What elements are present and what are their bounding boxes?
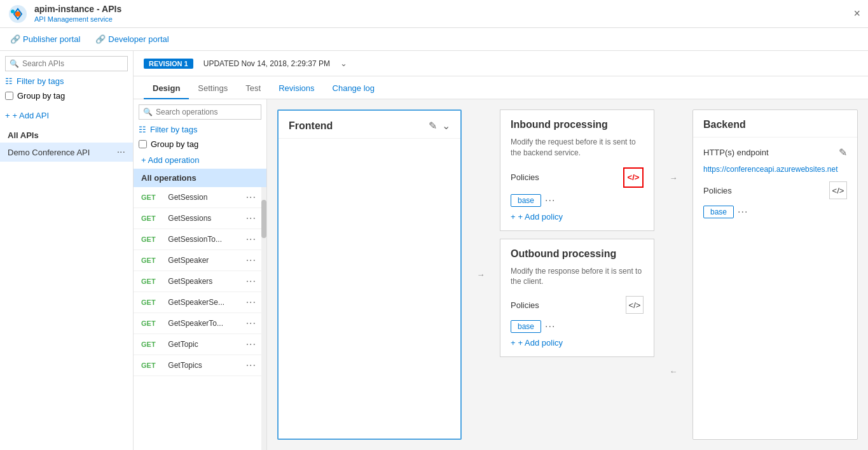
op-method-get2: GET (141, 236, 160, 243)
frontend-edit-button[interactable]: ✎ (429, 120, 437, 132)
op-more-7[interactable]: ··· (246, 339, 256, 350)
op-item-getspeakerse[interactable]: GET GetSpeakerSe... ··· (134, 292, 261, 313)
op-more-1[interactable]: ··· (246, 213, 256, 224)
ops-scrollbar[interactable] (261, 187, 266, 450)
op-method-get1: GET (141, 214, 160, 222)
inbound-add-policy-button[interactable]: + + Add policy (511, 212, 563, 221)
op-method-get3: GET (141, 257, 160, 264)
backend-base-tag[interactable]: base (703, 206, 734, 218)
filter-by-tags[interactable]: ☷ Filter by tags (5, 76, 128, 86)
frontend-panel: Frontend ✎ ⌄ (277, 109, 462, 440)
backend-panel: Backend HTTP(s) endpoint ✎ https://confe… (692, 109, 858, 440)
svg-point-1 (15, 11, 20, 17)
op-name-getsessionto: GetSessionTo... (168, 235, 238, 244)
op-item-getsessions[interactable]: GET GetSessions ··· (134, 208, 261, 229)
group-by-tag-sidebar[interactable]: Group by tag (5, 91, 128, 101)
main-layout: 🔍 ☷ Filter by tags Group by tag + + Add … (0, 51, 868, 450)
api-item-ellipsis[interactable]: ··· (114, 146, 128, 158)
outbound-code-button[interactable]: </> (626, 296, 644, 314)
api-item-demo[interactable]: Demo Conference API ··· (0, 143, 133, 162)
ops-group-by-tag[interactable]: Group by tag (139, 139, 261, 149)
op-item-getspeakerto[interactable]: GET GetSpeakerTo... ··· (134, 313, 261, 334)
op-method-get7: GET (141, 341, 160, 348)
add-api-button[interactable]: + + Add API (5, 111, 128, 120)
close-button[interactable]: × (853, 7, 860, 20)
svg-point-2 (11, 10, 15, 13)
search-operations-input[interactable] (139, 104, 261, 120)
ops-filter-tags[interactable]: ☷ Filter by tags (139, 125, 261, 134)
inbound-code-button[interactable]: </> (623, 167, 644, 188)
op-more-5[interactable]: ··· (246, 297, 256, 308)
outbound-base-tag[interactable]: base (511, 320, 541, 333)
outbound-panel: Outbound processing Modify the response … (500, 239, 654, 358)
developer-portal-link[interactable]: 🔗 Developer portal (95, 34, 169, 44)
op-name-gettopics: GetTopics (168, 361, 238, 370)
operations-scroll[interactable]: GET GetSession ··· GET GetSessions ··· G… (134, 187, 261, 450)
inbound-header: Inbound processing (511, 119, 644, 137)
frontend-title: Frontend (289, 120, 333, 132)
op-more-8[interactable]: ··· (246, 360, 256, 371)
ops-search-container: 🔍 (139, 104, 261, 120)
add-operation-button[interactable]: + Add operation (134, 151, 266, 169)
search-apis-input[interactable] (5, 56, 128, 71)
publisher-portal-link[interactable]: 🔗 Publisher portal (10, 34, 80, 44)
backend-code-button[interactable]: </> (829, 181, 847, 199)
arrow-to-inbound: → (469, 109, 492, 440)
ops-group-checkbox[interactable] (139, 140, 147, 148)
inbound-base-tag[interactable]: base (511, 194, 541, 207)
op-more-4[interactable]: ··· (246, 276, 256, 287)
inbound-title: Inbound processing (511, 119, 608, 130)
tab-design[interactable]: Design (144, 78, 189, 99)
op-item-gettopic[interactable]: GET GetTopic ··· (134, 334, 261, 355)
backend-more-button[interactable]: ··· (738, 206, 748, 218)
op-name-getspeaker: GetSpeaker (168, 256, 238, 265)
op-item-getsessionto[interactable]: GET GetSessionTo... ··· (134, 229, 261, 250)
backend-body: HTTP(s) endpoint ✎ https://conferenceapi… (693, 137, 857, 439)
backend-edit-button[interactable]: ✎ (839, 146, 847, 158)
outbound-add-plus-icon: + (511, 338, 516, 348)
op-more-0[interactable]: ··· (246, 192, 256, 203)
endpoint-url: https://conferenceapi.azurewebsites.net (703, 165, 847, 174)
op-method-get4: GET (141, 278, 160, 285)
endpoint-row: HTTP(s) endpoint ✎ (703, 146, 847, 158)
op-method-get5: GET (141, 299, 160, 306)
backend-title: Backend (703, 119, 746, 130)
tab-revisions[interactable]: Revisions (270, 78, 323, 99)
outbound-description: Modify the response before it is sent to… (511, 266, 644, 288)
revision-chevron-icon[interactable]: ⌄ (340, 59, 347, 68)
app-subtitle: API Management service (34, 15, 113, 23)
frontend-chevron-button[interactable]: ⌄ (442, 120, 450, 132)
title-bar: apim-instance - APIs API Management serv… (0, 0, 868, 28)
outbound-add-policy-button[interactable]: + + Add policy (511, 338, 563, 348)
outbound-more-button[interactable]: ··· (545, 321, 555, 332)
inbound-policies-row: Policies </> (511, 167, 644, 188)
op-more-3[interactable]: ··· (246, 255, 256, 266)
frontend-actions: ✎ ⌄ (429, 120, 450, 132)
tab-test[interactable]: Test (237, 78, 270, 99)
all-operations-item[interactable]: All operations (134, 169, 266, 187)
op-more-2[interactable]: ··· (246, 234, 256, 245)
endpoint-label: HTTP(s) endpoint (703, 148, 769, 157)
op-name-gettopic: GetTopic (168, 340, 238, 349)
tab-changelog[interactable]: Change log (324, 78, 384, 99)
op-item-getsession[interactable]: GET GetSession ··· (134, 187, 261, 208)
outbound-policies-label: Policies (511, 300, 539, 310)
revision-bar: REVISION 1 UPDATED Nov 14, 2018, 2:29:37… (134, 51, 868, 76)
op-item-getspeaker[interactable]: GET GetSpeaker ··· (134, 250, 261, 271)
inbound-panel: Inbound processing Modify the request be… (500, 109, 654, 231)
sidebar: 🔍 ☷ Filter by tags Group by tag + + Add … (0, 51, 134, 450)
inbound-policies-label: Policies (511, 172, 539, 182)
outbound-policies-row: Policies </> (511, 296, 644, 314)
op-method-get: GET (141, 193, 160, 201)
panel-area: 🔍 ☷ Filter by tags Group by tag + Add op… (134, 99, 868, 450)
op-more-6[interactable]: ··· (246, 318, 256, 329)
inbound-more-button[interactable]: ··· (545, 195, 555, 206)
tab-settings[interactable]: Settings (189, 78, 237, 99)
all-apis-label: All APIs (0, 128, 133, 143)
ops-filter-icon: ☷ (139, 125, 146, 134)
group-by-tag-checkbox[interactable] (5, 92, 13, 100)
sidebar-search-icon: 🔍 (10, 59, 19, 68)
op-item-getspeakers[interactable]: GET GetSpeakers ··· (134, 271, 261, 292)
frontend-header: Frontend ✎ ⌄ (279, 111, 460, 139)
op-item-gettopics[interactable]: GET GetTopics ··· (134, 355, 261, 376)
